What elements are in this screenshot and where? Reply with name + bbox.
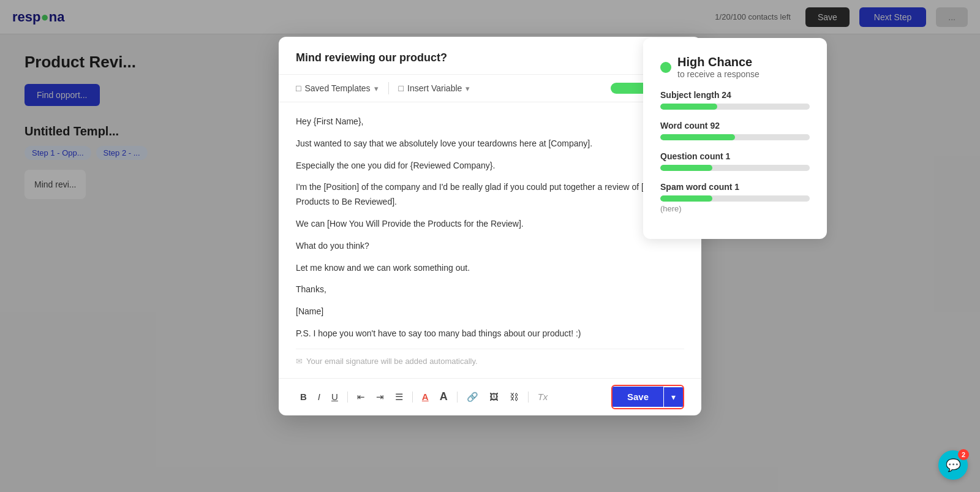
- email-line-6: What do you think?: [296, 239, 684, 254]
- list-button[interactable]: ☰: [391, 389, 407, 405]
- email-line-1: Hey {First Name},: [296, 115, 684, 129]
- email-content[interactable]: Hey {First Name}, Just wanted to say tha…: [296, 115, 684, 341]
- metric-subject-length: Subject length 24: [660, 90, 810, 110]
- clear-format-button[interactable]: Tx: [533, 389, 552, 404]
- metric-word-count: Word count 92: [660, 121, 810, 140]
- underline-button[interactable]: U: [327, 389, 342, 404]
- chevron-down-icon-2: ▾: [466, 84, 470, 93]
- format-separator-4: [528, 392, 529, 403]
- modal-overlay: Mind reviewing our product? × □ Saved Te…: [0, 0, 980, 492]
- metric-word-label: Word count 92: [660, 121, 810, 131]
- email-editor-modal: Mind reviewing our product? × □ Saved Te…: [279, 37, 701, 415]
- save-button-group: Save ▾: [611, 385, 684, 409]
- score-title-high: High Chance: [677, 55, 760, 69]
- save-button[interactable]: Save: [612, 387, 663, 407]
- metric-subject-fill: [660, 104, 717, 110]
- modal-toolbar: □ Saved Templates ▾ □ Insert Variable ▾: [279, 75, 701, 102]
- bold-button[interactable]: B: [296, 389, 311, 404]
- format-separator-3: [457, 392, 458, 403]
- format-separator-1: [347, 392, 348, 403]
- metric-subject-track: [660, 104, 810, 110]
- font-size-button[interactable]: A: [435, 388, 452, 406]
- modal-header: Mind reviewing our product? ×: [279, 37, 701, 75]
- email-line-4: I'm the [Position] of the company and I'…: [296, 180, 684, 210]
- metric-question-count: Question count 1: [660, 151, 810, 171]
- italic-button[interactable]: I: [314, 389, 325, 404]
- email-line-3: Especially the one you did for {Reviewed…: [296, 159, 684, 173]
- insert-variable-dropdown[interactable]: □ Insert Variable ▾: [399, 83, 470, 93]
- metric-question-track: [660, 165, 810, 171]
- email-line-8: Thanks,: [296, 282, 684, 297]
- format-bar: B I U ⇤ ⇥ ☰ A A 🔗 🖼 ⛓ Tx Save ▾: [279, 378, 701, 415]
- metric-spam-track: [660, 195, 810, 202]
- metric-question-label: Question count 1: [660, 151, 810, 161]
- email-line-2: Just wanted to say that we absolutely lo…: [296, 137, 684, 151]
- insert-variable-label: Insert Variable: [407, 83, 462, 93]
- saved-templates-dropdown[interactable]: □ Saved Templates ▾: [296, 83, 379, 93]
- signature-hint-text: Your email signature will be added autom…: [306, 357, 478, 366]
- format-separator-2: [412, 392, 413, 403]
- insert-variable-icon: □: [399, 83, 404, 93]
- chat-badge: 2: [958, 449, 969, 460]
- metric-spam-count: Spam word count 1 (here): [660, 182, 810, 213]
- metric-word-fill: [660, 134, 735, 140]
- image-button[interactable]: 🖼: [485, 389, 503, 404]
- signature-hint: ✉ Your email signature will be added aut…: [296, 349, 684, 366]
- score-status-dot: [660, 62, 671, 73]
- align-left-button[interactable]: ⇤: [353, 389, 369, 405]
- metric-word-track: [660, 134, 810, 140]
- save-dropdown-button[interactable]: ▾: [664, 387, 683, 407]
- chat-bubble[interactable]: 💬 2: [938, 450, 968, 480]
- score-panel: High Chance to receive a response Subjec…: [643, 38, 827, 239]
- email-line-7: Let me know and we can work something ou…: [296, 261, 684, 276]
- metric-spam-label: Spam word count 1: [660, 182, 810, 192]
- link-button[interactable]: 🔗: [462, 389, 483, 405]
- saved-templates-label: Saved Templates: [304, 83, 370, 93]
- score-title-block: High Chance to receive a response: [677, 55, 760, 79]
- align-center-button[interactable]: ⇥: [372, 389, 388, 405]
- metric-spam-fill: [660, 195, 712, 202]
- saved-templates-icon: □: [296, 83, 301, 93]
- modal-title: Mind reviewing our product?: [296, 51, 447, 64]
- metric-spam-note: (here): [660, 204, 810, 213]
- email-body[interactable]: Hey {First Name}, Just wanted to say tha…: [279, 102, 701, 378]
- font-color-button[interactable]: A: [418, 389, 433, 404]
- signature-icon: ✉: [296, 357, 303, 366]
- chevron-down-icon: ▾: [374, 84, 379, 93]
- toolbar-divider: [388, 82, 389, 94]
- email-line-5: We can [How You Will Provide the Product…: [296, 217, 684, 232]
- metric-question-fill: [660, 165, 712, 171]
- email-line-10: P.S. I hope you won't have to say too ma…: [296, 327, 684, 341]
- score-header: High Chance to receive a response: [660, 55, 810, 79]
- unlink-button[interactable]: ⛓: [505, 389, 523, 404]
- email-line-9: [Name]: [296, 305, 684, 319]
- score-title-sub: to receive a response: [677, 69, 760, 79]
- metric-subject-label: Subject length 24: [660, 90, 810, 100]
- chat-icon: 💬: [946, 458, 961, 472]
